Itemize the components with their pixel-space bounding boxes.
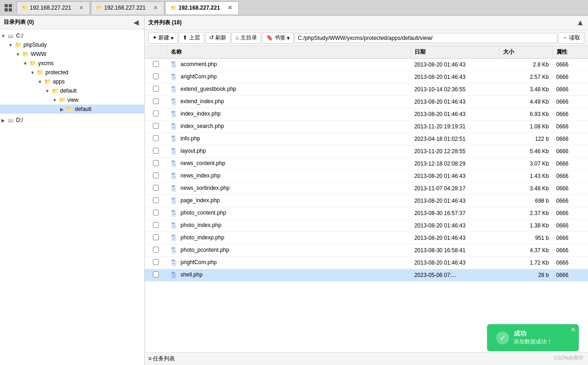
col-header-name[interactable]: 名称 <box>167 46 410 59</box>
tree-node-default-selected[interactable]: ▶ 📁 default <box>0 105 144 114</box>
table-row[interactable]: </>arightCom.php2013-08-20 01:46:432.57 … <box>145 71 588 83</box>
tree-node-c-drive[interactable]: ▼ 🖴 C:/ <box>0 31 144 40</box>
sidebar-collapse-button[interactable]: ◀ <box>132 19 140 26</box>
tab-2-close[interactable]: ✕ <box>152 4 159 11</box>
row-checkbox[interactable] <box>153 148 159 154</box>
row-checkbox[interactable] <box>153 271 159 277</box>
row-checkbox[interactable] <box>153 160 159 166</box>
row-checkbox[interactable] <box>153 123 159 129</box>
row-checkbox[interactable] <box>153 61 159 67</box>
table-row[interactable]: </>page_index.php2013-08-20 01:46:43698 … <box>145 195 588 207</box>
svg-text:</>: </> <box>173 114 175 116</box>
tab-1-close[interactable]: ✕ <box>78 4 85 11</box>
tree-expand-d[interactable]: ▶ <box>0 117 6 123</box>
table-row[interactable]: </>news_sortindex.php2013-11-07 04:28:17… <box>145 182 588 195</box>
table-row[interactable]: </>extend_guestbook.php2013-10-14 02:36:… <box>145 83 588 96</box>
tree-expand-yxcms[interactable]: ▼ <box>22 60 28 66</box>
table-row[interactable]: </>photo_indexp.php2013-08-20 01:46:4395… <box>145 232 588 244</box>
row-checkbox[interactable] <box>153 86 159 92</box>
svg-rect-2 <box>5 8 8 11</box>
tree-expand-default-sel[interactable]: ▶ <box>59 106 65 112</box>
row-checkbox[interactable] <box>153 98 159 104</box>
tree-expand-www[interactable]: ▼ <box>15 51 21 57</box>
bookmark-button[interactable]: 🔖 书签 ▾ <box>262 32 294 44</box>
file-icon: </> <box>170 135 179 143</box>
file-size: 2.8 Kb <box>499 59 553 71</box>
row-checkbox[interactable] <box>153 247 159 253</box>
row-checkbox[interactable] <box>153 197 159 203</box>
tree-label-d: D:/ <box>16 117 23 123</box>
file-icon: </> <box>170 122 179 131</box>
right-panel-expand[interactable]: ▲ <box>576 18 584 28</box>
row-checkbox[interactable] <box>153 259 159 265</box>
file-icon: </> <box>170 85 179 94</box>
row-checkbox[interactable] <box>153 135 159 141</box>
table-row[interactable]: </>extend_index.php2013-08-20 01:46:434.… <box>145 96 588 108</box>
file-icon: </> <box>170 271 179 279</box>
tab-2[interactable]: 📁 192.168.227.221 ✕ <box>91 1 164 14</box>
tree-node-yxcms[interactable]: ▼ 📁 yxcms <box>0 59 144 68</box>
table-row[interactable]: </>info.php2023-04-18 01:02:51122 b0666 <box>145 133 588 145</box>
row-checkbox[interactable] <box>153 234 159 240</box>
tree-node-default-l6[interactable]: ▼ 📁 default <box>0 86 144 95</box>
tree-expand-c[interactable]: ▼ <box>0 33 6 39</box>
table-row[interactable]: </>acomment.php2013-08-20 01:46:432.8 Kb… <box>145 59 588 71</box>
svg-rect-11 <box>172 86 174 88</box>
tree-node-www[interactable]: ▼ 📁 WWW <box>0 50 144 59</box>
svg-rect-5 <box>172 61 174 63</box>
app-logo[interactable] <box>2 1 15 14</box>
table-row[interactable]: </>news_index.php2013-08-20 01:46:431.43… <box>145 170 588 182</box>
col-header-date[interactable]: 日期 <box>411 46 499 59</box>
tree-node-d-drive[interactable]: ▶ 🖴 D:/ <box>0 116 144 125</box>
row-checkbox[interactable] <box>153 210 159 216</box>
tab-bar: 📁 192.168.227.221 ✕ 📁 192.168.227.221 ✕ … <box>0 0 588 16</box>
tree-expand-phpstudy[interactable]: ▼ <box>7 42 14 48</box>
tree-expand-protected[interactable]: ▼ <box>29 69 36 76</box>
toast-close-button[interactable]: ✕ <box>571 326 576 333</box>
table-row[interactable]: </>index_search.php2013-11-20 19:19:311.… <box>145 121 588 133</box>
tree-label-default-sel: default <box>75 106 91 112</box>
home-button[interactable]: ⌂ 主目录 <box>231 32 261 44</box>
new-button[interactable]: ✦ 新建 ▾ <box>148 32 178 44</box>
tab-1-icon: 📁 <box>22 5 28 11</box>
col-header-size[interactable]: 大小 <box>499 46 553 59</box>
watermark: CSDN@廊坊 <box>554 354 583 361</box>
row-checkbox[interactable] <box>153 222 159 228</box>
file-table: 名称 日期 大小 属性 </>acomment.php2013-08-20 01… <box>145 46 588 282</box>
svg-text:</>: </> <box>173 101 175 104</box>
table-row[interactable]: </>photo_index.php2013-08-20 01:46:431.3… <box>145 220 588 232</box>
tab-3[interactable]: 📁 192.168.227.221 ✕ <box>165 1 239 14</box>
table-row[interactable]: </>layout.php2013-11-20 12:28:555.46 Kb0… <box>145 145 588 158</box>
svg-text:</>: </> <box>173 163 175 166</box>
file-icon: </> <box>170 221 179 230</box>
refresh-button[interactable]: ↺ 刷新 <box>205 32 230 44</box>
row-checkbox[interactable] <box>153 185 159 191</box>
tab-1[interactable]: 📁 192.168.227.221 ✕ <box>17 1 90 14</box>
tab-3-label: 192.168.227.221 <box>179 5 220 11</box>
col-header-attr[interactable]: 属性 <box>553 46 588 59</box>
row-checkbox[interactable] <box>153 73 159 79</box>
table-row[interactable]: </>news_content.php2013-12-18 02:08:293.… <box>145 158 588 170</box>
file-icon: </> <box>170 172 179 180</box>
tree-node-apps[interactable]: ▼ 📁 apps <box>0 77 144 86</box>
tree-node-view[interactable]: ▼ 📁 view <box>0 95 144 105</box>
up-button[interactable]: ⬆ 上层 <box>179 32 204 44</box>
tree-expand-apps[interactable]: ▼ <box>37 78 43 85</box>
table-row[interactable]: </>index_index.php2013-08-20 01:46:436.9… <box>145 108 588 121</box>
read-button[interactable]: → 读取 <box>558 32 584 44</box>
tab-3-close[interactable]: ✕ <box>226 4 234 11</box>
row-checkbox[interactable] <box>153 172 159 178</box>
path-input[interactable] <box>295 33 557 43</box>
table-row[interactable]: </>prightCom.php2013-08-20 01:46:431.72 … <box>145 257 588 269</box>
table-row[interactable]: </>photo_pcontent.php2013-08-30 16:58:41… <box>145 244 588 257</box>
svg-text:</>: </> <box>173 77 175 79</box>
tree-expand-view[interactable]: ▼ <box>51 97 58 103</box>
tree-node-phpstudy[interactable]: ▼ 📁 phpStudy <box>0 40 144 50</box>
tree-node-protected[interactable]: ▼ 📁 protected <box>0 68 144 77</box>
file-size: 1.72 Kb <box>499 257 553 269</box>
table-row[interactable]: </>shell.php2023-05-06 07:...28 b0666 <box>145 269 588 282</box>
table-row[interactable]: </>photo_content.php2013-08-30 16:57:372… <box>145 207 588 220</box>
task-bar: ≡ 任务列表 <box>145 352 588 365</box>
row-checkbox[interactable] <box>153 111 159 116</box>
tree-expand-default-l6[interactable]: ▼ <box>44 88 50 94</box>
